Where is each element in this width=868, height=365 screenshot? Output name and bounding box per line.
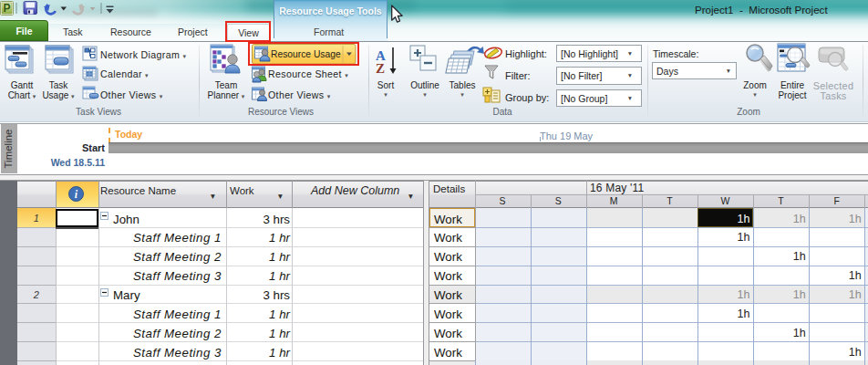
svg-text:P: P	[4, 2, 11, 15]
svg-text:Z: Z	[376, 61, 385, 76]
